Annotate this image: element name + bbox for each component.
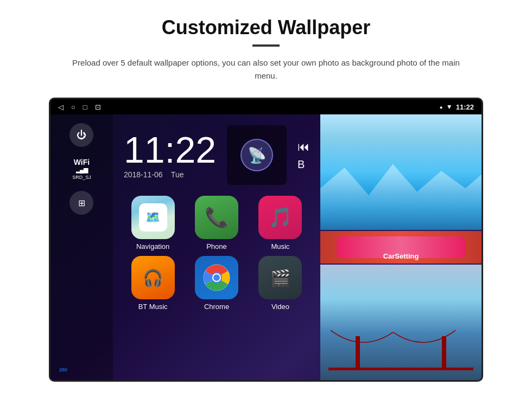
wallpaper-panel: CarSetting: [320, 114, 482, 380]
chrome-wheel-svg: [202, 264, 231, 292]
app-bt-music[interactable]: 🎧 BT Music: [124, 256, 182, 311]
app-music[interactable]: 🎵 Music: [251, 196, 309, 251]
ice-formation: [320, 160, 482, 230]
wallpaper-preview-ice-cave[interactable]: [320, 114, 482, 230]
signal-icon: ▼: [446, 103, 453, 111]
navigation-label: Navigation: [136, 242, 169, 251]
music-label: Music: [271, 242, 289, 251]
apps-grid: 🗺️ 280 Navigation 📞 Phone: [113, 190, 320, 322]
wifi-signal-bars: ▂▄▆: [72, 166, 91, 174]
apps-drawer-button[interactable]: ⊞: [69, 191, 93, 215]
phone-label: Phone: [206, 242, 227, 251]
wifi-label: WiFi: [72, 158, 91, 166]
chrome-icon: [195, 256, 238, 299]
media-widget-icon: 📡: [240, 139, 273, 171]
app-phone[interactable]: 📞 Phone: [187, 196, 245, 251]
bt-music-label: BT Music: [138, 303, 168, 311]
wifi-network-name: SRD_SJ: [72, 175, 91, 180]
navigation-icon-inner: 🗺️: [139, 203, 167, 232]
clock-row: 11:22 2018-11-06 Tue 📡: [113, 114, 320, 190]
clock-date: 2018-11-06 Tue: [124, 170, 216, 179]
wallpaper-preview-car-setting[interactable]: CarSetting: [320, 231, 482, 264]
skip-previous-icon[interactable]: ⏮: [297, 140, 309, 154]
page-title: Customized Wallpaper: [22, 16, 510, 39]
ice-cave-background: [320, 114, 482, 230]
music-icon: 🎵: [258, 196, 302, 239]
music-glyph: 🎵: [268, 206, 293, 229]
title-divider: [252, 44, 280, 47]
video-label: Video: [271, 303, 289, 311]
media-widget[interactable]: 📡: [227, 125, 287, 185]
phone-glyph: 📞: [205, 206, 229, 229]
main-area: 11:22 2018-11-06 Tue 📡: [113, 114, 320, 380]
home-nav-icon: ○: [71, 103, 75, 111]
app-chrome[interactable]: Chrome: [187, 256, 245, 311]
clock-section: 11:22 2018-11-06 Tue: [124, 131, 216, 179]
page-wrapper: Customized Wallpaper Preload over 5 defa…: [0, 0, 532, 393]
wifi-info: WiFi ▂▄▆ SRD_SJ: [72, 158, 91, 180]
app-navigation[interactable]: 🗺️ 280 Navigation: [124, 196, 182, 251]
screenshot-icon: ⊡: [95, 103, 101, 111]
bt-music-icon: 🎧: [131, 256, 175, 299]
app-video[interactable]: 🎬 Video: [251, 256, 309, 311]
cast-icon: 📡: [248, 146, 267, 164]
bridge-silhouette: [320, 323, 482, 381]
navigation-icon: 🗺️ 280: [131, 196, 175, 239]
bluetooth-icon[interactable]: B: [297, 158, 309, 171]
status-bar-right: ⬥ ▼ 11:22: [439, 103, 474, 111]
video-icon: 🎬: [258, 256, 302, 299]
status-time: 11:22: [456, 103, 474, 111]
bluetooth-music-glyph: 🎧: [143, 268, 163, 287]
phone-icon: 📞: [195, 196, 238, 239]
page-subtitle: Preload over 5 default wallpaper options…: [71, 56, 461, 82]
bridge-background: [320, 265, 482, 380]
media-controls: ⏮ B: [297, 140, 309, 171]
status-bar: ◁ ○ □ ⊡ ⬥ ▼ 11:22: [50, 99, 482, 114]
back-nav-icon: ◁: [58, 103, 64, 111]
bridge-cables-svg: [320, 323, 482, 381]
power-button[interactable]: ⏻: [69, 123, 93, 147]
sidebar: ⏻ WiFi ▂▄▆ SRD_SJ ⊞: [50, 114, 113, 380]
clock-time: 11:22: [124, 131, 216, 168]
status-bar-left: ◁ ○ □ ⊡: [58, 103, 101, 111]
screen-content: ⏻ WiFi ▂▄▆ SRD_SJ ⊞ 11:22 2018-: [50, 114, 482, 380]
wallpaper-preview-bridge[interactable]: [320, 265, 482, 380]
svg-point-3: [213, 274, 220, 281]
chrome-label: Chrome: [204, 303, 229, 311]
device-frame: ◁ ○ □ ⊡ ⬥ ▼ 11:22 ⏻ WiFi ▂▄▆ SRD_SJ: [49, 98, 483, 382]
recents-nav-icon: □: [83, 103, 87, 111]
location-icon: ⬥: [439, 103, 443, 111]
apps-grid-icon: ⊞: [78, 198, 85, 208]
car-setting-label: CarSetting: [383, 252, 419, 260]
video-glyph: 🎬: [270, 268, 290, 287]
